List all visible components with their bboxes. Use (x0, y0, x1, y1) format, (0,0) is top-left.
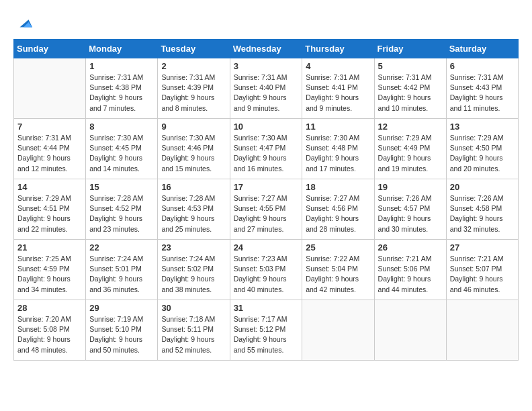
calendar-header-friday: Friday (374, 40, 446, 58)
day-number: 14 (17, 182, 82, 192)
day-number: 23 (161, 242, 226, 253)
day-info: Sunrise: 7:20 AM Sunset: 5:08 PM Dayligh… (17, 314, 82, 355)
day-number: 10 (234, 122, 299, 132)
calendar-cell: 8Sunrise: 7:30 AM Sunset: 4:45 PM Daylig… (86, 119, 158, 179)
calendar-week-3: 21Sunrise: 7:25 AM Sunset: 4:59 PM Dayli… (14, 240, 519, 300)
day-number: 26 (378, 242, 443, 253)
calendar-cell: 3Sunrise: 7:31 AM Sunset: 4:40 PM Daylig… (230, 58, 302, 119)
calendar-cell: 24Sunrise: 7:23 AM Sunset: 5:03 PM Dayli… (230, 240, 302, 300)
calendar-cell: 10Sunrise: 7:30 AM Sunset: 4:47 PM Dayli… (230, 119, 302, 179)
calendar-cell: 23Sunrise: 7:24 AM Sunset: 5:02 PM Dayli… (158, 240, 230, 300)
calendar-cell: 26Sunrise: 7:21 AM Sunset: 5:06 PM Dayli… (374, 240, 446, 300)
calendar-week-0: 1Sunrise: 7:31 AM Sunset: 4:38 PM Daylig… (14, 58, 519, 119)
page-header (13, 13, 519, 32)
day-info: Sunrise: 7:29 AM Sunset: 4:49 PM Dayligh… (378, 133, 443, 174)
day-number: 22 (89, 242, 154, 253)
day-info: Sunrise: 7:19 AM Sunset: 5:10 PM Dayligh… (89, 314, 154, 355)
day-info: Sunrise: 7:27 AM Sunset: 4:55 PM Dayligh… (234, 193, 299, 234)
logo (13, 13, 34, 32)
day-number: 11 (306, 122, 370, 132)
calendar-cell: 11Sunrise: 7:30 AM Sunset: 4:48 PM Dayli… (302, 119, 374, 179)
day-number: 24 (234, 242, 299, 253)
calendar-header-monday: Monday (86, 40, 158, 58)
calendar-cell: 30Sunrise: 7:18 AM Sunset: 5:11 PM Dayli… (158, 300, 230, 361)
day-info: Sunrise: 7:31 AM Sunset: 4:39 PM Dayligh… (161, 73, 226, 113)
calendar-cell: 25Sunrise: 7:22 AM Sunset: 5:04 PM Dayli… (302, 240, 374, 300)
day-info: Sunrise: 7:21 AM Sunset: 5:06 PM Dayligh… (378, 254, 443, 295)
calendar-cell: 27Sunrise: 7:21 AM Sunset: 5:07 PM Dayli… (446, 240, 518, 300)
calendar-week-1: 7Sunrise: 7:31 AM Sunset: 4:44 PM Daylig… (14, 119, 519, 179)
day-number: 4 (306, 61, 370, 71)
calendar-cell (302, 300, 374, 361)
day-info: Sunrise: 7:18 AM Sunset: 5:11 PM Dayligh… (161, 314, 226, 355)
calendar-cell: 5Sunrise: 7:31 AM Sunset: 4:42 PM Daylig… (374, 58, 446, 119)
calendar-cell: 29Sunrise: 7:19 AM Sunset: 5:10 PM Dayli… (86, 300, 158, 361)
calendar-header-thursday: Thursday (302, 40, 374, 58)
day-number: 1 (89, 61, 154, 71)
day-number: 29 (89, 303, 154, 313)
calendar-cell: 19Sunrise: 7:26 AM Sunset: 4:57 PM Dayli… (374, 179, 446, 240)
day-info: Sunrise: 7:28 AM Sunset: 4:52 PM Dayligh… (89, 193, 154, 234)
calendar-cell: 14Sunrise: 7:29 AM Sunset: 4:51 PM Dayli… (14, 179, 86, 240)
day-number: 18 (306, 182, 370, 192)
day-info: Sunrise: 7:26 AM Sunset: 4:57 PM Dayligh… (378, 193, 443, 234)
calendar-cell: 21Sunrise: 7:25 AM Sunset: 4:59 PM Dayli… (14, 240, 86, 300)
calendar-cell: 6Sunrise: 7:31 AM Sunset: 4:43 PM Daylig… (446, 58, 518, 119)
day-number: 15 (89, 182, 154, 192)
day-info: Sunrise: 7:17 AM Sunset: 5:12 PM Dayligh… (234, 314, 299, 355)
calendar-cell: 18Sunrise: 7:27 AM Sunset: 4:56 PM Dayli… (302, 179, 374, 240)
calendar-cell: 12Sunrise: 7:29 AM Sunset: 4:49 PM Dayli… (374, 119, 446, 179)
day-number: 3 (234, 61, 299, 71)
day-info: Sunrise: 7:30 AM Sunset: 4:45 PM Dayligh… (89, 133, 154, 174)
day-number: 17 (234, 182, 299, 192)
calendar-header-tuesday: Tuesday (158, 40, 230, 58)
calendar-cell: 20Sunrise: 7:26 AM Sunset: 4:58 PM Dayli… (446, 179, 518, 240)
day-info: Sunrise: 7:30 AM Sunset: 4:46 PM Dayligh… (161, 133, 226, 174)
day-info: Sunrise: 7:29 AM Sunset: 4:50 PM Dayligh… (450, 133, 515, 174)
day-number: 12 (378, 122, 443, 132)
day-number: 7 (17, 122, 82, 132)
day-number: 2 (161, 61, 226, 71)
calendar-header-sunday: Sunday (14, 40, 86, 58)
calendar-cell: 22Sunrise: 7:24 AM Sunset: 5:01 PM Dayli… (86, 240, 158, 300)
day-info: Sunrise: 7:27 AM Sunset: 4:56 PM Dayligh… (306, 193, 370, 234)
day-info: Sunrise: 7:31 AM Sunset: 4:40 PM Dayligh… (234, 73, 299, 113)
day-number: 19 (378, 182, 443, 192)
calendar-table: SundayMondayTuesdayWednesdayThursdayFrid… (13, 39, 519, 361)
day-number: 21 (17, 242, 82, 253)
calendar-cell: 9Sunrise: 7:30 AM Sunset: 4:46 PM Daylig… (158, 119, 230, 179)
day-number: 31 (234, 303, 299, 313)
calendar-cell: 1Sunrise: 7:31 AM Sunset: 4:38 PM Daylig… (86, 58, 158, 119)
day-number: 5 (378, 61, 443, 71)
day-number: 16 (161, 182, 226, 192)
day-info: Sunrise: 7:28 AM Sunset: 4:53 PM Dayligh… (161, 193, 226, 234)
day-number: 8 (89, 122, 154, 132)
calendar-header-wednesday: Wednesday (230, 40, 302, 58)
day-info: Sunrise: 7:22 AM Sunset: 5:04 PM Dayligh… (306, 254, 370, 295)
day-number: 13 (450, 122, 515, 132)
day-info: Sunrise: 7:31 AM Sunset: 4:43 PM Dayligh… (450, 73, 515, 113)
calendar-header-saturday: Saturday (446, 40, 518, 58)
calendar-cell (374, 300, 446, 361)
day-number: 28 (17, 303, 82, 313)
calendar-cell: 17Sunrise: 7:27 AM Sunset: 4:55 PM Dayli… (230, 179, 302, 240)
day-number: 25 (306, 242, 370, 253)
day-info: Sunrise: 7:26 AM Sunset: 4:58 PM Dayligh… (450, 193, 515, 234)
calendar-header-row: SundayMondayTuesdayWednesdayThursdayFrid… (14, 40, 519, 58)
day-info: Sunrise: 7:24 AM Sunset: 5:01 PM Dayligh… (89, 254, 154, 295)
logo-icon (15, 13, 34, 32)
day-number: 20 (450, 182, 515, 192)
day-number: 9 (161, 122, 226, 132)
day-number: 27 (450, 242, 515, 253)
day-info: Sunrise: 7:30 AM Sunset: 4:48 PM Dayligh… (306, 133, 370, 174)
calendar-cell: 16Sunrise: 7:28 AM Sunset: 4:53 PM Dayli… (158, 179, 230, 240)
day-info: Sunrise: 7:25 AM Sunset: 4:59 PM Dayligh… (17, 254, 82, 295)
day-number: 6 (450, 61, 515, 71)
day-info: Sunrise: 7:23 AM Sunset: 5:03 PM Dayligh… (234, 254, 299, 295)
day-info: Sunrise: 7:21 AM Sunset: 5:07 PM Dayligh… (450, 254, 515, 295)
day-info: Sunrise: 7:31 AM Sunset: 4:44 PM Dayligh… (17, 133, 82, 174)
calendar-week-4: 28Sunrise: 7:20 AM Sunset: 5:08 PM Dayli… (14, 300, 519, 361)
calendar-cell: 15Sunrise: 7:28 AM Sunset: 4:52 PM Dayli… (86, 179, 158, 240)
calendar-cell: 4Sunrise: 7:31 AM Sunset: 4:41 PM Daylig… (302, 58, 374, 119)
day-info: Sunrise: 7:31 AM Sunset: 4:42 PM Dayligh… (378, 73, 443, 113)
